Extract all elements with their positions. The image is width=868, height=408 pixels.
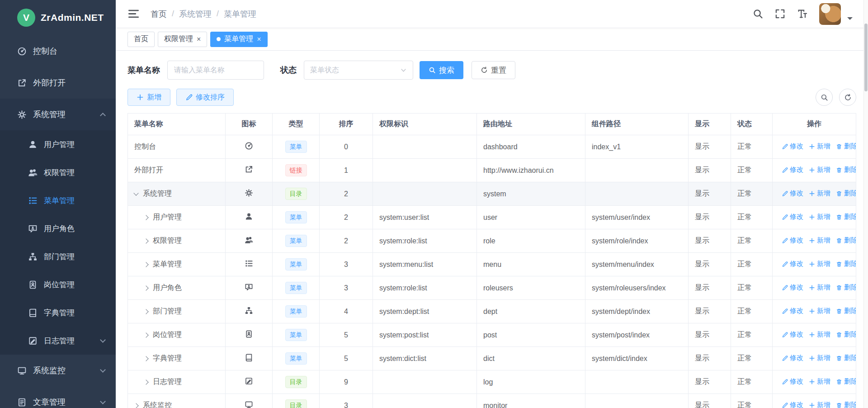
search-icon[interactable] — [753, 9, 763, 19]
add-link[interactable]: 新增 — [809, 401, 830, 408]
tab-home[interactable]: 首页 — [127, 32, 155, 47]
sidebar-item-dashboard[interactable]: 控制台 — [0, 35, 116, 67]
badge-icon — [28, 280, 38, 289]
add-link[interactable]: 新增 — [809, 330, 830, 339]
sidebar-item-user[interactable]: 用户管理 — [0, 130, 116, 158]
tree-caret-icon[interactable] — [143, 332, 148, 337]
sidebar-item-dept[interactable]: 部门管理 — [0, 242, 116, 270]
add-link[interactable]: 新增 — [809, 307, 830, 315]
delete-link[interactable]: 删除 — [836, 142, 856, 151]
delete-link[interactable]: 删除 — [836, 166, 856, 174]
delete-link[interactable]: 删除 — [836, 260, 856, 268]
edit-link[interactable]: 修改 — [782, 260, 803, 268]
cell-route: log — [477, 370, 585, 394]
cell-order: 3 — [320, 276, 373, 300]
sidebar-item-system[interactable]: 系统管理 — [0, 99, 116, 130]
search-icon — [429, 66, 436, 74]
edit-icon — [782, 402, 788, 408]
tab-role[interactable]: 权限管理× — [158, 32, 207, 47]
toggle-search-button[interactable] — [816, 89, 833, 106]
collapse-menu-icon[interactable] — [127, 8, 140, 20]
delete-link[interactable]: 删除 — [836, 236, 856, 245]
sidebar-item-role[interactable]: 权限管理 — [0, 158, 116, 186]
close-icon[interactable]: × — [197, 36, 201, 43]
delete-link[interactable]: 删除 — [836, 354, 856, 362]
tree-caret-icon[interactable] — [143, 238, 148, 243]
add-link[interactable]: 新增 — [809, 260, 830, 268]
tree-caret-icon[interactable] — [133, 190, 138, 195]
tree-caret-icon[interactable] — [143, 262, 148, 267]
sidebar-item-dict[interactable]: 字典管理 — [0, 299, 116, 327]
breadcrumb-item[interactable]: 首页 — [151, 9, 167, 19]
delete-link[interactable]: 删除 — [836, 189, 856, 198]
add-link[interactable]: 新增 — [809, 283, 830, 292]
edit-link[interactable]: 修改 — [782, 236, 803, 245]
menu-name-input[interactable] — [167, 61, 264, 80]
status-select[interactable]: 菜单状态 — [304, 61, 413, 80]
tree-caret-icon[interactable] — [143, 380, 148, 384]
tree-caret-icon[interactable] — [143, 356, 148, 361]
tree-caret-icon[interactable] — [143, 215, 148, 220]
sort-button[interactable]: 修改排序 — [176, 89, 234, 106]
cell-order: 1 — [320, 159, 373, 182]
edit-link[interactable]: 修改 — [782, 377, 803, 386]
scrollbar[interactable] — [863, 0, 868, 408]
edit-link[interactable]: 修改 — [782, 166, 803, 174]
delete-link[interactable]: 删除 — [836, 330, 856, 339]
font-size-icon[interactable] — [797, 9, 807, 19]
edit-link[interactable]: 修改 — [782, 307, 803, 315]
cell-visible: 显示 — [689, 135, 731, 159]
trash-icon — [836, 190, 842, 197]
edit-link[interactable]: 修改 — [782, 142, 803, 151]
scrollbar-thumb[interactable] — [864, 24, 868, 91]
edit-link[interactable]: 修改 — [782, 213, 803, 221]
add-link[interactable]: 新增 — [809, 377, 830, 386]
edit-link[interactable]: 修改 — [782, 401, 803, 408]
sidebar-item-post[interactable]: 岗位管理 — [0, 270, 116, 299]
edit-icon — [782, 285, 788, 291]
delete-link[interactable]: 删除 — [836, 307, 856, 315]
add-button[interactable]: 新增 — [127, 89, 170, 106]
edit-link[interactable]: 修改 — [782, 330, 803, 339]
add-link[interactable]: 新增 — [809, 236, 830, 245]
add-link[interactable]: 新增 — [809, 354, 830, 362]
edit-icon — [782, 237, 788, 244]
close-icon[interactable]: × — [257, 36, 261, 43]
edit-link[interactable]: 修改 — [782, 354, 803, 362]
breadcrumb-item[interactable]: 系统管理 — [179, 9, 212, 19]
type-tag: 菜单 — [285, 258, 307, 270]
sidebar-item-log[interactable]: 日志管理 — [0, 327, 116, 355]
sidebar-item-menu[interactable]: 菜单管理 — [0, 186, 116, 214]
cell-menu-name: 用户角色 — [128, 276, 226, 300]
tree-caret-icon[interactable] — [143, 285, 148, 290]
tree-caret-icon[interactable] — [143, 309, 148, 314]
add-link[interactable]: 新增 — [809, 166, 830, 174]
delete-link[interactable]: 删除 — [836, 213, 856, 221]
search-button[interactable]: 搜索 — [420, 61, 463, 79]
add-link[interactable]: 新增 — [809, 189, 830, 198]
edit-link[interactable]: 修改 — [782, 283, 803, 292]
sidebar-item-monitor[interactable]: 系统监控 — [0, 355, 116, 386]
sidebar-item-roleusers[interactable]: 用户角色 — [0, 214, 116, 242]
cell-component: system/post/index — [585, 323, 689, 347]
refresh-table-button[interactable] — [839, 89, 856, 106]
add-link[interactable]: 新增 — [809, 213, 830, 221]
cell-ops: 修改新增删除 — [773, 253, 856, 276]
reset-button[interactable]: 重置 — [472, 61, 515, 79]
sidebar-item-article[interactable]: 文章管理 — [0, 386, 116, 408]
add-link[interactable]: 新增 — [809, 142, 830, 151]
type-tag: 目录 — [285, 188, 307, 200]
delete-link[interactable]: 删除 — [836, 377, 856, 386]
tab-menu[interactable]: 菜单管理× — [210, 32, 267, 47]
delete-link[interactable]: 删除 — [836, 283, 856, 292]
avatar-dropdown-caret[interactable] — [847, 17, 853, 23]
cell-visible: 显示 — [689, 159, 731, 182]
sidebar-item-external[interactable]: 外部打开 — [0, 67, 116, 99]
tree-caret-icon[interactable] — [133, 403, 138, 408]
user-avatar[interactable] — [819, 3, 841, 25]
edit-link[interactable]: 修改 — [782, 189, 803, 198]
cell-type: 菜单 — [273, 347, 320, 370]
cell-component: system/dept/index — [585, 300, 689, 323]
delete-link[interactable]: 删除 — [836, 401, 856, 408]
fullscreen-icon[interactable] — [775, 9, 785, 19]
